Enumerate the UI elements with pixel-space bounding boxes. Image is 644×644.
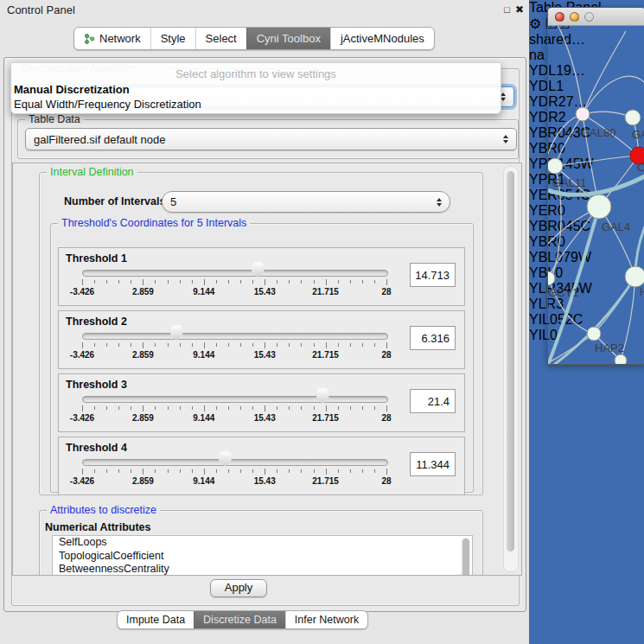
threshold-slider-track[interactable]	[82, 396, 388, 403]
slider-tick-label: 2.859	[132, 287, 154, 296]
close-traffic-light-icon[interactable]	[555, 12, 564, 22]
slider-tick	[118, 343, 119, 347]
close-icon[interactable]: ✖	[515, 3, 524, 16]
network-edge[interactable]	[583, 31, 626, 114]
slider-tick	[326, 342, 327, 348]
tab-style[interactable]: Style	[150, 28, 195, 49]
tab-select[interactable]: Select	[195, 28, 246, 49]
tab-label: jActiveMNodules	[341, 32, 424, 45]
zoom-traffic-light-icon[interactable]	[584, 12, 594, 22]
top-right-node[interactable]	[625, 110, 641, 125]
slider-tick	[252, 469, 253, 473]
node-label-gcy1: GCY1	[548, 286, 578, 299]
network-view-window[interactable]: GAL80GACGAL11GAL4GCY1HHAP2	[547, 7, 644, 365]
tab-network[interactable]: Network	[74, 28, 150, 49]
slider-tick	[94, 406, 95, 410]
node-label-h: H	[640, 285, 644, 298]
threshold-slider-track[interactable]	[82, 270, 388, 277]
slider-tick	[301, 469, 302, 473]
threshold-slider-track[interactable]	[82, 333, 388, 340]
slider-tick	[180, 343, 181, 347]
network-edge[interactable]	[548, 207, 599, 278]
network-window-titlebar[interactable]	[548, 8, 644, 26]
slider-tick	[94, 343, 95, 347]
gal4-node[interactable]	[587, 194, 611, 219]
attribute-list-item[interactable]: SelfLoops	[53, 536, 472, 550]
network-edge[interactable]	[555, 156, 639, 166]
gal80-node[interactable]	[576, 107, 590, 121]
threshold-value-field[interactable]: 6.316	[410, 326, 456, 350]
tab-impute-data[interactable]: Impute Data	[118, 611, 194, 628]
tab-cyni-toolbox[interactable]: Cyni Toolbox	[246, 28, 330, 49]
number-of-intervals-spinner[interactable]: 5	[162, 191, 450, 213]
network-canvas[interactable]: GAL80GACGAL11GAL4GCY1HHAP2	[548, 26, 644, 365]
slider-tick	[204, 279, 205, 285]
slider-tick	[82, 469, 83, 475]
table-data-combobox[interactable]: galFiltered.sif default node	[25, 128, 517, 150]
slider-tick	[94, 280, 95, 284]
popup-option-equal-width-frequency-discretization[interactable]: Equal Width/Frequency Discretization	[14, 98, 201, 111]
threshold-panel: Threshold 4-3.4262.8599.14415.4321.71528…	[58, 437, 465, 495]
threshold-slider-track[interactable]	[82, 459, 388, 466]
network-edge[interactable]	[548, 114, 583, 154]
settings-vertical-scrollbar[interactable]	[503, 166, 519, 572]
slider-tick-label: 2.859	[132, 476, 154, 486]
slider-tick	[82, 279, 83, 285]
slider-tick	[204, 342, 205, 348]
slider-tick-label: 21.715	[312, 287, 339, 296]
slider-tick	[301, 406, 302, 410]
threshold-label: Threshold 2	[66, 316, 127, 328]
slider-tick	[362, 343, 363, 347]
gcy1-node[interactable]	[548, 271, 555, 285]
slider-tick	[192, 343, 193, 347]
tab-discretize-data[interactable]: Discretize Data	[194, 611, 285, 628]
slider-tick	[204, 405, 205, 411]
attributes-list-scrollbar[interactable]	[461, 538, 470, 576]
slider-tick	[143, 342, 143, 348]
threshold-value-field[interactable]: 21.4	[410, 389, 456, 413]
slider-tick	[240, 343, 241, 347]
threshold-value-field[interactable]: 14.713	[410, 263, 456, 287]
gal11-node[interactable]	[548, 158, 563, 174]
slider-tick	[362, 469, 363, 473]
slider-tick	[338, 469, 339, 473]
slider-tick	[131, 343, 131, 347]
algorithm-placeholder-option[interactable]: Select algorithm to view settings	[11, 67, 501, 80]
slider-tick	[338, 280, 339, 284]
slider-tick	[106, 469, 107, 473]
numerical-attributes-list[interactable]: SelfLoopsTopologicalCoefficientBetweenne…	[52, 535, 473, 576]
minimize-traffic-light-icon[interactable]	[570, 12, 579, 22]
h-node[interactable]	[625, 266, 644, 287]
network-edge[interactable]	[558, 26, 583, 114]
slider-tick-label: -3.426	[70, 476, 94, 486]
slider-tick	[265, 342, 265, 348]
slider-tick	[168, 469, 169, 473]
bottom-node[interactable]	[615, 354, 627, 364]
tab-jactivemnodules[interactable]: jActiveMNodules	[330, 28, 434, 49]
slider-tick	[82, 342, 83, 348]
slider-tick-label: 15.43	[254, 476, 276, 486]
threshold-label: Threshold 4	[66, 442, 127, 454]
tab-infer-network[interactable]: Infer Network	[285, 611, 367, 628]
slider-tick-label: 28	[381, 287, 391, 296]
number-of-intervals-label: Number of Intervals	[64, 195, 165, 207]
hap2-node[interactable]	[587, 327, 601, 341]
network-edge[interactable]	[583, 76, 644, 114]
attribute-list-item[interactable]: BetweennessCentrality	[53, 563, 472, 576]
threshold-panel: Threshold 1-3.4262.8599.14415.4321.71528…	[58, 247, 465, 306]
numerical-attributes-heading: Numerical Attributes	[45, 521, 150, 533]
slider-tick	[228, 469, 229, 473]
attribute-list-item[interactable]: TopologicalCoefficient	[53, 550, 472, 564]
popup-option-manual-discretization[interactable]: Manual Discretization	[14, 83, 130, 96]
apply-button[interactable]: Apply	[210, 579, 267, 597]
interval-definition-group: Interval Definition Number of Intervals …	[39, 172, 483, 495]
slider-tick	[155, 406, 156, 410]
tab-label: Cyni Toolbox	[257, 32, 321, 45]
tab-label: Select	[206, 32, 237, 45]
slider-tick	[301, 343, 302, 347]
slider-tick	[131, 469, 131, 473]
gear-icon[interactable]: ⚙	[529, 16, 541, 31]
panel-title: Control Panel	[7, 3, 75, 16]
threshold-value-field[interactable]: 11.344	[410, 452, 456, 476]
float-window-icon[interactable]: □	[504, 4, 510, 15]
